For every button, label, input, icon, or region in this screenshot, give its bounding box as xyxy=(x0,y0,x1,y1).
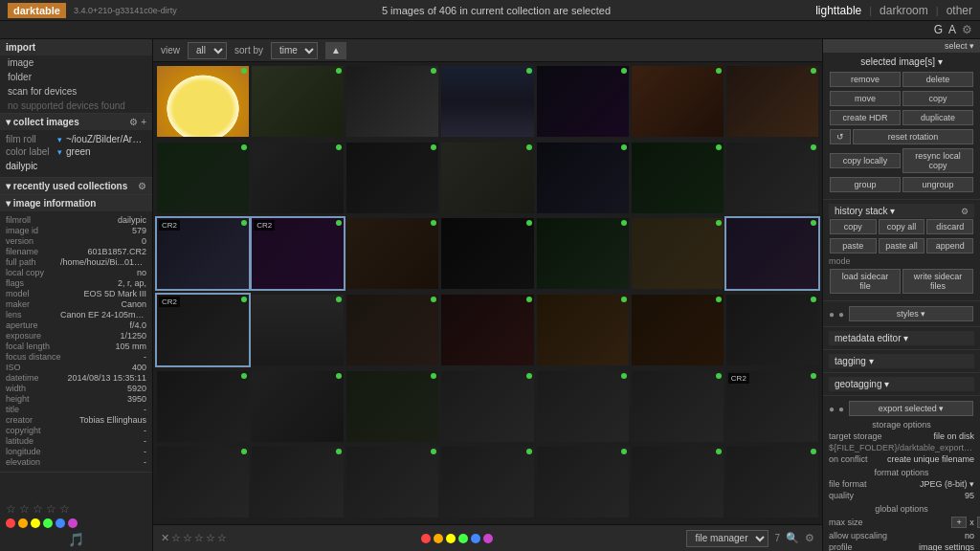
thumbnail-29[interactable] xyxy=(157,371,249,442)
thumbnail-14[interactable] xyxy=(726,143,818,213)
import-header[interactable]: import xyxy=(0,39,152,55)
thumbnail-17[interactable] xyxy=(346,218,438,289)
bottom-star-5[interactable]: ☆ xyxy=(217,532,227,544)
thumbnail-35[interactable]: CR2 xyxy=(726,371,818,442)
write-sidecar-btn[interactable]: write sidecar files xyxy=(902,269,973,294)
bottom-dot-orange[interactable] xyxy=(434,534,443,543)
thumbnail-13[interactable] xyxy=(632,143,724,213)
bottom-zoom-icon[interactable]: 🔍 xyxy=(786,532,799,544)
rotate-reset-btn[interactable]: ↺ xyxy=(830,129,851,144)
resync-btn[interactable]: resync local copy xyxy=(902,148,973,173)
thumbnail-5[interactable] xyxy=(537,66,629,137)
color-dot-blue[interactable] xyxy=(56,518,65,528)
view-select[interactable]: all xyxy=(188,42,227,59)
copy-history-btn[interactable]: copy xyxy=(830,219,877,234)
metadata-header[interactable]: metadata editor ▾ xyxy=(829,331,974,345)
thumbnail-10[interactable] xyxy=(346,143,438,213)
paste-all-btn[interactable]: paste all xyxy=(879,238,925,253)
thumbnail-28[interactable] xyxy=(726,295,818,365)
thumbnail-25[interactable] xyxy=(441,295,533,365)
copy-all-btn[interactable]: copy all xyxy=(879,219,925,234)
bottom-star-2[interactable]: ☆ xyxy=(183,532,192,544)
thumbnail-23[interactable] xyxy=(252,295,344,365)
color-dot-orange[interactable] xyxy=(18,518,28,528)
group-btn[interactable]: group xyxy=(830,177,901,192)
load-sidecar-btn[interactable]: load sidecar file xyxy=(830,269,901,294)
thumbnail-11[interactable] xyxy=(441,143,533,213)
thumbnail-22[interactable]: CR2 xyxy=(157,295,249,365)
move-btn[interactable]: move xyxy=(830,91,901,106)
append-btn[interactable]: append xyxy=(926,238,973,253)
create-hdr-btn[interactable]: create HDR xyxy=(830,110,901,125)
thumbnail-24[interactable] xyxy=(346,295,438,365)
thumbnail-40[interactable] xyxy=(537,447,629,518)
bottom-dot-purple[interactable] xyxy=(483,534,493,543)
sort-select[interactable]: time xyxy=(271,42,318,59)
discard-btn[interactable]: discard xyxy=(926,219,973,234)
thumbnail-8[interactable] xyxy=(157,143,249,213)
tagging-header[interactable]: tagging ▾ xyxy=(829,354,974,368)
thumbnail-21[interactable] xyxy=(726,218,818,289)
recent-header[interactable]: ▾ recently used collections ⚙ xyxy=(0,178,152,194)
bottom-dot-blue[interactable] xyxy=(471,534,480,543)
styles-btn[interactable]: styles ▾ xyxy=(849,306,973,321)
reset-rotation-btn[interactable]: reset rotation xyxy=(853,129,973,144)
nav-darkroom[interactable]: darkroom xyxy=(880,4,928,17)
thumbnail-7[interactable] xyxy=(726,66,818,137)
import-scan[interactable]: scan for devices xyxy=(0,84,152,99)
color-dot-red[interactable] xyxy=(6,518,15,528)
file-format-value[interactable]: JPEG (8-bit) ▾ xyxy=(920,479,974,489)
thumbnail-33[interactable] xyxy=(537,371,629,442)
thumbnail-16[interactable]: CR2 xyxy=(252,218,344,289)
star-5[interactable]: ☆ xyxy=(59,502,70,516)
thumbnail-42[interactable] xyxy=(726,447,818,518)
thumbnail-34[interactable] xyxy=(632,371,724,442)
thumbnail-38[interactable] xyxy=(346,447,438,518)
color-dot-green[interactable] xyxy=(43,518,53,528)
import-image[interactable]: image xyxy=(0,55,152,70)
paste-btn[interactable]: paste xyxy=(830,238,877,253)
thumbnail-4[interactable] xyxy=(441,66,533,137)
history-header[interactable]: history stack ▾ ⚙ xyxy=(829,204,974,218)
bottom-dot-yellow[interactable] xyxy=(446,534,456,543)
thumbnail-2[interactable] xyxy=(252,66,344,137)
thumbnail-20[interactable] xyxy=(632,218,724,289)
star-2[interactable]: ☆ xyxy=(19,502,30,516)
bottom-star-1[interactable]: ☆ xyxy=(171,532,181,544)
thumbnail-30[interactable] xyxy=(252,371,344,442)
reject-icon[interactable]: ✕ xyxy=(161,532,169,544)
thumbnail-31[interactable] xyxy=(346,371,438,442)
thumbnail-37[interactable] xyxy=(252,447,344,518)
duplicate-btn[interactable]: duplicate xyxy=(902,110,973,125)
geotagging-header[interactable]: geotagging ▾ xyxy=(829,377,974,391)
export-selected-btn[interactable]: export selected ▾ xyxy=(849,401,973,416)
delete-btn[interactable]: delete xyxy=(902,72,973,87)
color-dot-yellow[interactable] xyxy=(31,518,40,528)
copy-btn[interactable]: copy xyxy=(902,91,973,106)
collect-header[interactable]: ▾ collect images ⚙ + xyxy=(0,114,152,130)
image-info-header[interactable]: ▾ image information xyxy=(0,195,152,211)
bottom-dot-green[interactable] xyxy=(458,534,468,543)
max-size-plus-x[interactable]: + xyxy=(951,517,967,528)
select-header[interactable]: select ▾ xyxy=(823,39,980,53)
zoom-a-icon[interactable]: A xyxy=(948,23,956,36)
thumbnail-15[interactable]: CR2 xyxy=(157,218,249,289)
thumbnail-3[interactable] xyxy=(346,66,438,137)
bottom-star-4[interactable]: ☆ xyxy=(206,532,215,544)
thumbnail-9[interactable] xyxy=(252,143,344,213)
zoom-g-icon[interactable]: G xyxy=(934,23,943,36)
thumbnail-12[interactable] xyxy=(537,143,629,213)
thumbnail-19[interactable] xyxy=(537,218,629,289)
nav-lighttable[interactable]: lighttable xyxy=(815,4,861,17)
view-mode-select[interactable]: file manager xyxy=(686,530,768,547)
remove-btn[interactable]: remove xyxy=(830,72,901,87)
bottom-star-3[interactable]: ☆ xyxy=(194,532,204,544)
star-3[interactable]: ☆ xyxy=(33,502,43,516)
bottom-settings-icon[interactable]: ⚙ xyxy=(805,532,814,544)
thumbnail-39[interactable] xyxy=(441,447,533,518)
thumbnail-36[interactable] xyxy=(157,447,249,518)
thumbnail-1[interactable] xyxy=(157,66,249,137)
thumbnail-26[interactable] xyxy=(537,295,629,365)
bottom-dot-red[interactable] xyxy=(421,534,431,543)
settings-icon[interactable]: ⚙ xyxy=(962,23,972,36)
